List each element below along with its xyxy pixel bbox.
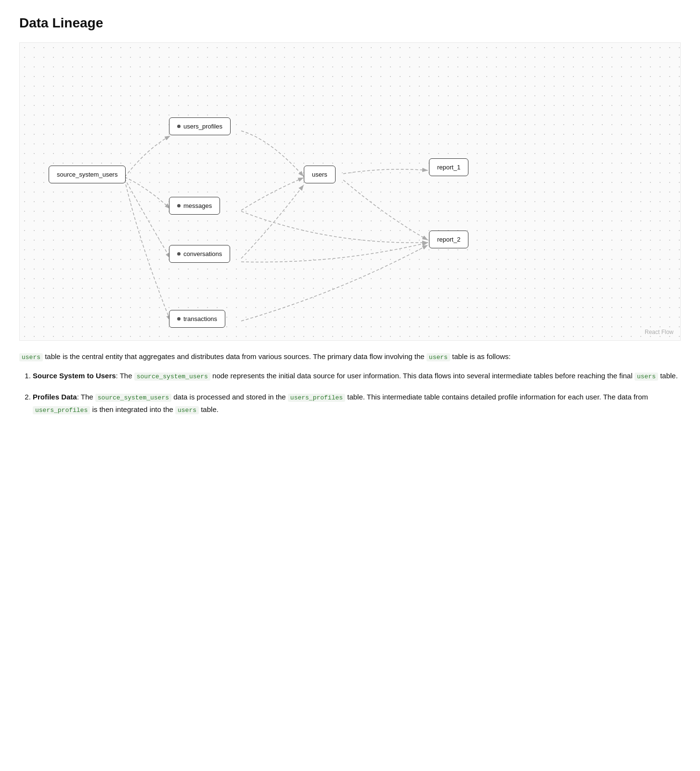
node-dot — [177, 204, 181, 207]
inline-code-users-3: users — [635, 373, 658, 381]
node-label: users_profiles — [183, 123, 222, 130]
node-users[interactable]: users — [304, 166, 336, 183]
description-list: Source System to Users: The source_syste… — [19, 370, 681, 416]
node-messages[interactable]: messages — [169, 197, 220, 215]
node-users-profiles[interactable]: users_profiles — [169, 117, 231, 135]
inline-code-source-2: source_system_users — [95, 394, 171, 402]
node-report-1[interactable]: report_1 — [429, 158, 468, 176]
list-item-1: Source System to Users: The source_syste… — [33, 370, 681, 382]
node-source-system-users[interactable]: source_system_users — [49, 166, 126, 183]
item-1-title: Source System to Users — [33, 372, 116, 380]
description-section: users table is the central entity that a… — [19, 350, 681, 416]
node-transactions[interactable]: transactions — [169, 310, 225, 328]
inline-code-users-profiles: users_profiles — [288, 394, 345, 402]
node-conversations[interactable]: conversations — [169, 245, 230, 263]
inline-code-users: users — [19, 353, 43, 361]
node-label: users — [312, 171, 327, 178]
node-label: report_2 — [437, 236, 460, 243]
item-2-title: Profiles Data — [33, 393, 77, 401]
node-label: report_1 — [437, 164, 460, 171]
node-label: transactions — [183, 315, 217, 322]
lineage-diagram: source_system_users users_profiles messa… — [19, 42, 681, 341]
node-label: messages — [183, 202, 212, 209]
inline-code-source: source_system_users — [134, 373, 210, 381]
node-dot — [177, 317, 181, 321]
node-report-2[interactable]: report_2 — [429, 231, 468, 248]
react-flow-attribution: React Flow — [645, 329, 674, 335]
node-dot — [177, 125, 181, 128]
inline-code-users-profiles-2: users_profiles — [33, 406, 90, 414]
intro-paragraph: users table is the central entity that a… — [19, 350, 681, 363]
list-item-2: Profiles Data: The source_system_users d… — [33, 391, 681, 416]
inline-code-users-4: users — [175, 406, 199, 414]
node-dot — [177, 252, 181, 256]
page-title: Data Lineage — [19, 15, 681, 31]
inline-code-users-2: users — [427, 353, 450, 361]
node-label: source_system_users — [57, 171, 117, 178]
node-label: conversations — [183, 250, 222, 257]
